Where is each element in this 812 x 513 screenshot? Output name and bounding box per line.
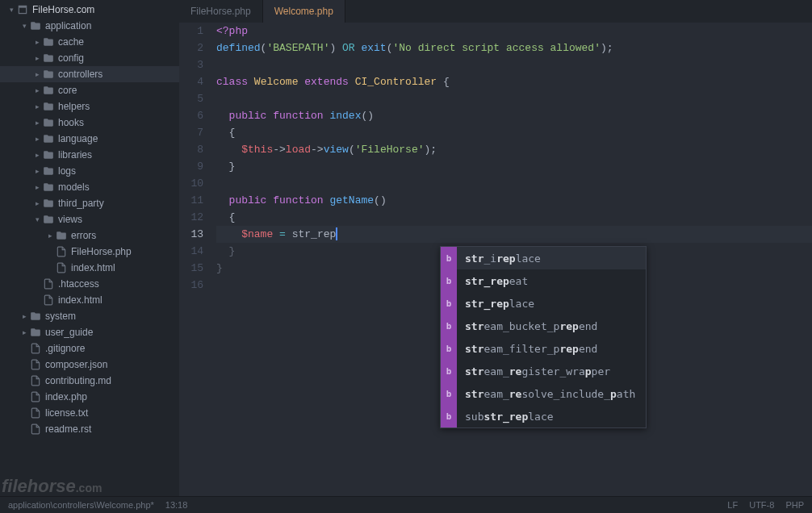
autocomplete-item[interactable]: bstream_resolve_include_path xyxy=(441,382,646,405)
chevron-right-icon[interactable]: ▸ xyxy=(32,135,42,143)
chevron-right-icon[interactable]: ▸ xyxy=(32,54,42,62)
tree-folder[interactable]: ▸language xyxy=(0,131,179,147)
line-number: 14 xyxy=(179,243,203,260)
folder-icon xyxy=(55,230,68,241)
tree-file[interactable]: ▸readme.rst xyxy=(0,421,179,437)
tree-label: license.txt xyxy=(45,407,88,419)
autocomplete-item[interactable]: bstream_bucket_prepend xyxy=(441,315,646,337)
autocomplete-item[interactable]: bstr_ireplace xyxy=(441,247,646,269)
tree-file[interactable]: ▸.htaccess xyxy=(0,276,179,292)
file-tree[interactable]: ▾FileHorse.com▾application▸cache▸config▸… xyxy=(0,0,179,496)
autocomplete-item[interactable]: bsubstr_replace xyxy=(441,405,646,428)
chevron-right-icon[interactable]: ▸ xyxy=(32,199,42,207)
tree-file[interactable]: ▸.gitignore xyxy=(0,340,179,357)
status-eol[interactable]: LF xyxy=(727,500,738,510)
code-line[interactable]: class Welcome extends CI_Controller { xyxy=(216,73,812,90)
line-number: 7 xyxy=(179,124,203,141)
tree-file[interactable]: ▸composer.json xyxy=(0,357,179,373)
tree-folder[interactable]: ▸controllers xyxy=(0,66,179,82)
chevron-right-icon[interactable]: ▸ xyxy=(19,328,29,336)
folder-icon xyxy=(42,149,55,161)
tree-folder[interactable]: ▸core xyxy=(0,82,179,98)
code-line[interactable]: } xyxy=(216,158,812,175)
tree-file[interactable]: ▸index.html xyxy=(0,292,179,308)
code-line[interactable]: public function index() xyxy=(216,107,812,124)
folder-icon xyxy=(29,327,42,338)
tree-folder[interactable]: ▸helpers xyxy=(0,98,179,115)
chevron-right-icon[interactable]: ▸ xyxy=(32,151,42,159)
chevron-down-icon[interactable]: ▾ xyxy=(6,6,16,14)
tree-file[interactable]: ▸FileHorse.php xyxy=(0,244,179,260)
line-number: 1 xyxy=(179,23,203,40)
tab[interactable]: FileHorse.php xyxy=(179,0,263,23)
tree-folder[interactable]: ▸user_guide xyxy=(0,324,179,340)
autocomplete-item[interactable]: bstr_repeat xyxy=(441,269,646,292)
chevron-right-icon[interactable]: ▸ xyxy=(32,183,42,191)
tree-file[interactable]: ▸index.html xyxy=(0,260,179,276)
status-encoding[interactable]: UTF-8 xyxy=(749,500,774,510)
code-line[interactable]: $this->load->view('FileHorse'); xyxy=(216,141,812,158)
tree-folder[interactable]: ▾FileHorse.com xyxy=(0,2,179,18)
code-line[interactable] xyxy=(216,56,812,73)
tab-bar[interactable]: FileHorse.phpWelcome.php xyxy=(179,0,812,23)
chevron-right-icon[interactable]: ▸ xyxy=(32,102,42,111)
tree-folder[interactable]: ▾views xyxy=(0,211,179,227)
chevron-right-icon[interactable]: ▸ xyxy=(45,231,55,240)
tree-folder[interactable]: ▾application xyxy=(0,18,179,34)
chevron-right-icon[interactable]: ▸ xyxy=(19,312,29,320)
autocomplete-popup[interactable]: bstr_ireplacebstr_repeatbstr_replacebstr… xyxy=(440,246,647,428)
chevron-right-icon[interactable]: ▸ xyxy=(32,38,42,46)
chevron-right-icon[interactable]: ▸ xyxy=(32,70,42,78)
file-icon xyxy=(29,423,42,435)
completion-label: str_replace xyxy=(465,298,639,310)
code-line[interactable]: $name = str_rep xyxy=(216,226,812,243)
folder-icon xyxy=(29,311,42,322)
tree-file[interactable]: ▸index.php xyxy=(0,389,179,405)
file-icon xyxy=(29,391,42,402)
line-number: 5 xyxy=(179,90,203,107)
tree-folder[interactable]: ▸libraries xyxy=(0,147,179,163)
tree-folder[interactable]: ▸models xyxy=(0,179,179,195)
autocomplete-item[interactable]: bstream_filter_prepend xyxy=(441,337,646,360)
line-number: 9 xyxy=(179,158,203,175)
status-path: application\controllers\Welcome.php* xyxy=(8,500,154,510)
chevron-right-icon[interactable]: ▸ xyxy=(32,167,42,175)
code-line[interactable] xyxy=(216,175,812,192)
tree-label: config xyxy=(58,52,84,64)
folder-icon xyxy=(42,165,55,177)
tree-label: system xyxy=(45,311,76,322)
code-line[interactable]: defined('BASEPATH') OR exit('No direct s… xyxy=(216,40,812,56)
autocomplete-item[interactable]: bstr_replace xyxy=(441,292,646,315)
chevron-down-icon[interactable]: ▾ xyxy=(19,22,29,30)
tab[interactable]: Welcome.php xyxy=(263,0,345,23)
code-line[interactable]: public function getName() xyxy=(216,192,812,209)
text-cursor xyxy=(336,227,337,240)
code-line[interactable]: { xyxy=(216,209,812,226)
tree-folder[interactable]: ▸third_party xyxy=(0,195,179,211)
tree-file[interactable]: ▸license.txt xyxy=(0,405,179,421)
completion-label: str_ireplace xyxy=(465,252,639,265)
code-line[interactable]: <?php xyxy=(216,23,812,40)
line-number: 10 xyxy=(179,175,203,192)
code-line[interactable]: { xyxy=(216,124,812,141)
tree-label: FileHorse.php xyxy=(71,246,132,257)
chevron-right-icon[interactable]: ▸ xyxy=(32,119,42,127)
completion-kind-icon: b xyxy=(441,337,457,360)
autocomplete-item[interactable]: bstream_register_wrapper xyxy=(441,360,646,382)
code-line[interactable] xyxy=(216,90,812,107)
chevron-right-icon[interactable]: ▸ xyxy=(32,86,42,94)
chevron-down-icon[interactable]: ▾ xyxy=(32,215,42,223)
tree-label: core xyxy=(58,85,77,96)
tree-folder[interactable]: ▸system xyxy=(0,308,179,324)
completion-kind-icon: b xyxy=(441,247,457,269)
line-number: 4 xyxy=(179,73,203,90)
tree-folder[interactable]: ▸logs xyxy=(0,163,179,179)
status-language[interactable]: PHP xyxy=(785,500,804,510)
tree-folder[interactable]: ▸cache xyxy=(0,34,179,50)
tree-folder[interactable]: ▸errors xyxy=(0,227,179,244)
completion-kind-icon: b xyxy=(441,382,457,405)
tree-file[interactable]: ▸contributing.md xyxy=(0,373,179,389)
tree-label: application xyxy=(45,20,91,31)
tree-folder[interactable]: ▸hooks xyxy=(0,115,179,131)
tree-folder[interactable]: ▸config xyxy=(0,50,179,66)
